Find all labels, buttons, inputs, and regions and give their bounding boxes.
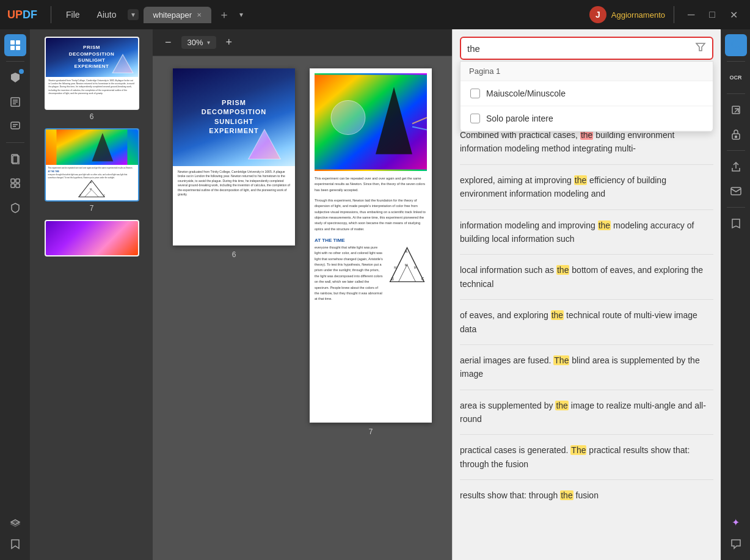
right-icon-chat[interactable] bbox=[725, 533, 747, 555]
result-3-highlight: the bbox=[598, 220, 611, 230]
tab-dropdown-arrow[interactable]: ▾ bbox=[128, 9, 139, 20]
search-option-whole[interactable]: Solo parole intere bbox=[461, 106, 713, 131]
sidebar-bottom bbox=[4, 511, 26, 555]
search-box bbox=[460, 37, 713, 60]
right-icon-ocr[interactable]: OCR bbox=[725, 67, 747, 89]
svg-line-26 bbox=[85, 190, 92, 197]
result-item-6[interactable]: aerial images are fused. The blind area … bbox=[460, 354, 713, 390]
result-item-7[interactable]: area is supplemented by the image to rea… bbox=[460, 399, 713, 435]
thumbnail-panel: PRISMDECOMPOSITIONSUNLIGHTEXPERIMENT bbox=[31, 29, 153, 560]
search-results[interactable]: Combined with practical cases, the build… bbox=[453, 121, 721, 560]
tabs-dropdown[interactable]: ▾ bbox=[237, 10, 246, 19]
svg-text:M: M bbox=[414, 266, 417, 269]
search-bar-area: Pagina 1 Maiuscole/Minuscole Solo parole… bbox=[453, 29, 721, 60]
right-icon-lock[interactable] bbox=[725, 123, 747, 145]
titlebar-sep1 bbox=[51, 6, 51, 23]
menu-file[interactable]: File bbox=[60, 7, 86, 22]
search-option-case[interactable]: Maiuscole/Minuscole bbox=[461, 81, 713, 106]
svg-rect-14 bbox=[16, 179, 20, 183]
tab-close-icon[interactable]: ✕ bbox=[197, 12, 202, 18]
result-7-highlight: the bbox=[555, 401, 568, 410]
zoom-dropdown-icon: ▾ bbox=[207, 39, 210, 46]
left-sidebar bbox=[0, 29, 31, 560]
search-filter-icon[interactable] bbox=[695, 42, 706, 55]
sidebar-icon-edit[interactable] bbox=[4, 91, 26, 113]
thumbnail-page7[interactable]: This experiment can be repeated over and… bbox=[45, 128, 139, 213]
pdf-page-7: This experiment can be repeated over and… bbox=[310, 68, 432, 423]
result-4-highlight: the bbox=[556, 265, 569, 275]
svg-rect-13 bbox=[11, 179, 15, 183]
zoom-display[interactable]: 30% ▾ bbox=[181, 36, 216, 49]
result-9-highlight: the bbox=[560, 490, 573, 500]
update-label: Aggiornamento bbox=[611, 10, 665, 20]
result-2-highlight: the bbox=[574, 175, 587, 185]
page7-image-area bbox=[315, 73, 427, 171]
svg-line-46 bbox=[737, 46, 741, 50]
sidebar-icon-comment[interactable] bbox=[4, 115, 26, 137]
sidebar-icon-organize[interactable] bbox=[4, 172, 26, 194]
right-icon-share[interactable] bbox=[725, 156, 747, 178]
content-wrapper: − 30% ▾ + PRISMDECOMPOSITIONSUNLIGHTEXPE… bbox=[153, 29, 452, 560]
page7-content: This experiment can be repeated over and… bbox=[310, 68, 432, 423]
page6-prism-svg bbox=[246, 127, 283, 164]
right-icon-ai[interactable]: ✦ bbox=[725, 511, 747, 533]
right-icon-save[interactable] bbox=[725, 213, 747, 235]
svg-rect-2 bbox=[10, 46, 15, 50]
option-case-label: Maiuscole/Minuscole bbox=[486, 89, 566, 98]
page6-body-text: Newton graduated from Trinity College, C… bbox=[173, 166, 295, 201]
result-item-8[interactable]: practical cases is generated. The practi… bbox=[460, 443, 713, 480]
result-3-before: information modeling and improving bbox=[460, 220, 598, 230]
page7-attime-text: everyone thought that white light was pu… bbox=[315, 245, 384, 302]
avatar[interactable]: J bbox=[589, 6, 606, 23]
zoom-out-button[interactable]: − bbox=[162, 34, 174, 51]
svg-rect-16 bbox=[16, 184, 20, 187]
result-5-highlight: the bbox=[551, 310, 564, 320]
result-item-1[interactable]: Combined with practical cases, the build… bbox=[460, 128, 713, 165]
page-label-7: 7 bbox=[369, 427, 373, 436]
new-tab-button[interactable]: ＋ bbox=[216, 7, 232, 22]
zoom-in-button[interactable]: + bbox=[224, 34, 235, 51]
minimize-button[interactable]: ─ bbox=[683, 9, 699, 20]
thumb6-title: PRISMDECOMPOSITIONSUNLIGHTEXPERIMENT bbox=[69, 45, 115, 70]
checkbox-whole[interactable] bbox=[470, 114, 480, 123]
result-item-5[interactable]: of eaves, and exploring the technical ro… bbox=[460, 308, 713, 345]
right-icon-search[interactable] bbox=[725, 34, 747, 56]
pdf-page-6: PRISMDECOMPOSITIONSUNLIGHTEXPERIMENT bbox=[173, 68, 295, 245]
result-item-2[interactable]: explored, aiming at improving the effici… bbox=[460, 173, 713, 210]
right-icon-mail[interactable] bbox=[725, 180, 747, 202]
right-sep3 bbox=[727, 150, 745, 151]
svg-marker-28 bbox=[249, 129, 281, 159]
right-sep1 bbox=[727, 61, 745, 62]
titlebar: UPDF File Aiuto ▾ whitepaper ✕ ＋ ▾ J Agg… bbox=[0, 0, 750, 29]
tab-whitepaper[interactable]: whitepaper ✕ bbox=[144, 7, 212, 23]
option-whole-label: Solo parole intere bbox=[486, 114, 553, 123]
sidebar-sep2 bbox=[6, 142, 24, 143]
svg-rect-15 bbox=[11, 184, 15, 187]
maximize-button[interactable]: □ bbox=[704, 9, 720, 20]
sidebar-icon-pages[interactable] bbox=[4, 148, 26, 170]
sidebar-icon-thumbnails[interactable] bbox=[4, 34, 26, 56]
page7-text1: This experiment can be repeated over and… bbox=[315, 173, 427, 195]
thumbnail-page6[interactable]: PRISMDECOMPOSITIONSUNLIGHTEXPERIMENT bbox=[45, 37, 139, 121]
checkbox-case[interactable] bbox=[470, 89, 480, 98]
svg-point-31 bbox=[331, 101, 365, 135]
sidebar-icon-layers[interactable] bbox=[4, 511, 26, 533]
search-input[interactable] bbox=[467, 43, 690, 54]
close-button[interactable]: ✕ bbox=[725, 9, 743, 21]
result-item-3[interactable]: information modeling and improving the m… bbox=[460, 219, 713, 255]
thumbnail-page8[interactable] bbox=[45, 220, 139, 256]
right-sidebar: OCR bbox=[721, 29, 750, 560]
pdf-viewer[interactable]: PRISMDECOMPOSITIONSUNLIGHTEXPERIMENT bbox=[153, 56, 452, 560]
toolbar: − 30% ▾ + bbox=[153, 29, 452, 56]
result-item-4[interactable]: local information such as the bottom of … bbox=[460, 263, 713, 300]
sidebar-icon-notification[interactable] bbox=[4, 67, 26, 89]
sidebar-icon-bookmark[interactable] bbox=[4, 533, 26, 555]
right-icon-extract[interactable] bbox=[725, 99, 747, 121]
right-panel: Pagina 1 Maiuscole/Minuscole Solo parole… bbox=[452, 29, 721, 560]
result-item-9[interactable]: results show that: through the fusion bbox=[460, 489, 713, 511]
sidebar-icon-security[interactable] bbox=[4, 197, 26, 219]
right-bottom-icons: ✦ bbox=[725, 511, 747, 555]
result-4-before: local information such as bbox=[460, 265, 556, 275]
page6-image-area: PRISMDECOMPOSITIONSUNLIGHTEXPERIMENT bbox=[173, 68, 295, 166]
menu-aiuto[interactable]: Aiuto bbox=[91, 7, 123, 22]
